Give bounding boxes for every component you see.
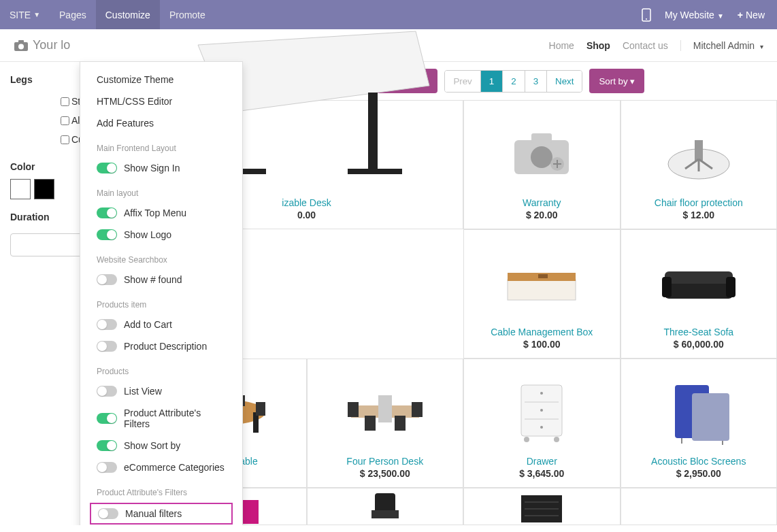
dropdown-toggle-row[interactable]: Affix Top Menu: [80, 202, 242, 224]
site-logo: Your lo: [14, 38, 70, 52]
product-name[interactable]: Acoustic Bloc Screens: [644, 453, 753, 468]
svg-rect-23: [508, 280, 576, 300]
camera-icon: [14, 39, 29, 52]
caret-down-icon: ▼: [717, 12, 724, 20]
product-card[interactable]: [307, 488, 464, 525]
toggle-label: Affix Top Menu: [124, 207, 186, 218]
svg-rect-39: [348, 402, 359, 417]
toggle-label: Show # found: [124, 274, 182, 285]
product-price: $ 20.00: [519, 210, 565, 229]
product-card[interactable]: Cable Management Box$ 100.00: [463, 229, 621, 359]
mobile-preview-icon[interactable]: [642, 8, 651, 22]
product-card[interactable]: Acoustic Bloc Screens$ 2,950.00: [621, 359, 778, 488]
page-2[interactable]: 2: [503, 71, 525, 92]
toggle-label: Manual filters: [125, 508, 182, 519]
toggle-label: Product Description: [124, 341, 207, 352]
dropdown-toggle-row[interactable]: Show Sign In: [80, 157, 242, 179]
legs-checkbox-1[interactable]: [61, 116, 69, 125]
product-name[interactable]: Cable Management Box: [484, 324, 599, 339]
product-price: 0.00: [291, 210, 323, 229]
caret-down-icon: ▾: [760, 43, 763, 50]
toggle-switch[interactable]: [97, 207, 117, 218]
svg-point-46: [540, 392, 543, 395]
svg-rect-34: [256, 402, 265, 416]
toggle-label: Show Sign In: [124, 163, 180, 173]
product-name[interactable]: Drawer: [520, 453, 564, 468]
product-name[interactable]: Three-Seat Sofa: [657, 324, 740, 339]
page-3[interactable]: 3: [525, 71, 547, 92]
svg-rect-19: [695, 140, 703, 161]
product-name[interactable]: Warranty: [516, 195, 567, 210]
nav-home[interactable]: Home: [549, 40, 574, 51]
toggle-switch[interactable]: [97, 341, 117, 352]
product-image: [464, 488, 620, 525]
dropdown-item[interactable]: HTML/CSS Editor: [80, 90, 242, 112]
product-card[interactable]: Three-Seat Sofa$ 60,000.00: [621, 229, 778, 359]
plus-icon: +: [738, 10, 743, 20]
toggle-switch[interactable]: [97, 462, 117, 473]
page-next[interactable]: Next: [547, 71, 582, 92]
pages-menu[interactable]: Pages: [50, 0, 96, 29]
toggle-switch[interactable]: [97, 229, 117, 240]
toggle-switch[interactable]: [97, 319, 117, 330]
dropdown-toggle-row[interactable]: Manual filters: [90, 503, 233, 525]
dropdown-toggle-row[interactable]: Product Description: [80, 335, 242, 357]
product-card[interactable]: Chair floor protection$ 12.00: [621, 100, 778, 229]
product-card[interactable]: Four Person Desk$ 23,500.00: [307, 359, 464, 488]
dropdown-section-title: Main layout: [80, 179, 242, 202]
dropdown-toggle-row[interactable]: Show Logo: [80, 224, 242, 246]
toggle-switch[interactable]: [97, 413, 117, 424]
dropdown-item[interactable]: Customize Theme: [80, 69, 242, 90]
svg-rect-52: [692, 393, 729, 441]
color-swatch-black[interactable]: [34, 179, 54, 199]
svg-point-47: [540, 409, 543, 412]
dropdown-toggle-row[interactable]: Product Attribute's Filters: [80, 402, 242, 435]
toggle-label: List View: [124, 386, 162, 397]
customize-dropdown-panel: Customize ThemeHTML/CSS EditorAdd Featur…: [80, 61, 243, 525]
toggle-label: Add to Cart: [124, 319, 172, 330]
svg-rect-29: [726, 277, 735, 297]
product-name[interactable]: Chair floor protection: [648, 195, 750, 210]
svg-rect-11: [348, 169, 402, 174]
product-card[interactable]: [621, 488, 778, 525]
page-1[interactable]: 1: [481, 71, 503, 92]
user-menu[interactable]: Mitchell Admin ▾: [680, 40, 763, 51]
product-card[interactable]: Drawer$ 3,645.00: [463, 359, 621, 488]
new-button[interactable]: +New: [738, 10, 765, 20]
product-card[interactable]: Warranty$ 20.00: [463, 100, 621, 229]
dropdown-toggle-row[interactable]: Show Sort by: [80, 435, 242, 456]
toggle-switch[interactable]: [97, 274, 117, 285]
nav-contact[interactable]: Contact us: [623, 40, 668, 51]
dropdown-toggle-row[interactable]: Show # found: [80, 269, 242, 290]
product-price: $ 2,950.00: [669, 468, 728, 487]
dropdown-toggle-row[interactable]: eCommerce Categories: [80, 456, 242, 478]
product-name[interactable]: Four Person Desk: [340, 453, 430, 468]
product-card[interactable]: [463, 488, 621, 525]
toggle-switch[interactable]: [97, 440, 117, 451]
color-swatch-white[interactable]: [10, 179, 31, 199]
toggle-switch[interactable]: [97, 386, 117, 397]
nav-shop[interactable]: Shop: [586, 40, 610, 51]
svg-rect-42: [395, 416, 406, 431]
dropdown-item[interactable]: Add Features: [80, 112, 242, 134]
toggle-switch[interactable]: [97, 163, 117, 173]
toggle-label: Show Sort by: [124, 440, 180, 451]
product-name[interactable]: izable Desk: [275, 195, 337, 210]
dropdown-toggle-row[interactable]: Add to Cart: [80, 314, 242, 335]
toggle-label: Show Logo: [124, 229, 171, 240]
sort-dropdown[interactable]: Sort by ▾: [589, 69, 644, 93]
legs-checkbox-0[interactable]: [61, 97, 69, 106]
product-price: $ 100.00: [516, 339, 567, 358]
my-website-dropdown[interactable]: My Website▼: [665, 10, 724, 20]
svg-rect-13: [531, 133, 552, 143]
caret-down-icon: ▼: [33, 11, 40, 18]
dropdown-section-title: Website Searchbox: [80, 246, 242, 269]
pagination: Prev123Next: [444, 70, 582, 93]
dropdown-section-title: Product Attribute's Filters: [80, 478, 242, 501]
legs-checkbox-2[interactable]: [61, 135, 69, 144]
svg-point-4: [18, 44, 24, 49]
toggle-switch[interactable]: [98, 508, 118, 519]
site-menu[interactable]: SITE▼: [0, 0, 50, 29]
dropdown-toggle-row[interactable]: List View: [80, 380, 242, 402]
product-image: [621, 371, 777, 453]
